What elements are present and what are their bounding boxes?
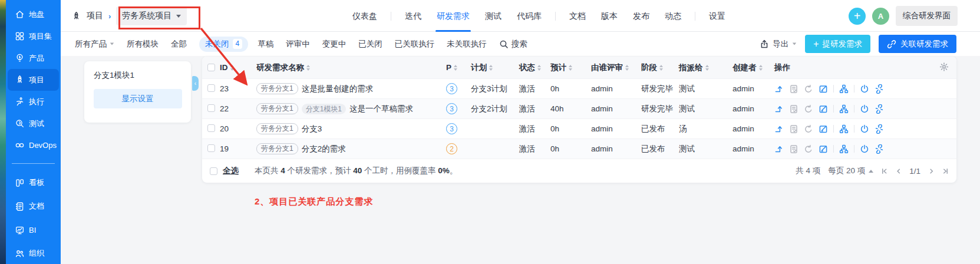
nav-tab-settings[interactable]: 设置 [701, 0, 733, 32]
nav-tab-dynamic[interactable]: 动态 [657, 0, 689, 32]
column-header-reviewer[interactable]: 由谁评审 [591, 62, 641, 73]
breadcrumb-section[interactable]: 项目 [87, 11, 103, 21]
sort-icon[interactable] [537, 65, 541, 71]
action-review-icon[interactable] [789, 84, 798, 94]
workbench-button[interactable]: 综合研发界面 [896, 6, 958, 26]
action-close-icon[interactable] [860, 84, 869, 94]
action-revert-icon[interactable] [804, 124, 813, 134]
action-close-icon[interactable] [860, 144, 869, 154]
gear-icon[interactable] [939, 62, 949, 73]
action-unlink-icon[interactable] [875, 84, 884, 94]
sidebar-item-kanban[interactable]: 看板 [8, 171, 59, 194]
action-transfer-icon[interactable] [774, 124, 784, 134]
display-settings-button[interactable]: 显示设置 [94, 89, 182, 108]
export-dropdown[interactable]: 导出 [760, 39, 797, 50]
sidebar-item-product[interactable]: 产品 [8, 47, 59, 69]
sidebar-item-execution[interactable]: 执行 [8, 91, 59, 113]
status-tab-linked[interactable]: 已关联执行 [395, 39, 435, 50]
row-checkbox[interactable] [207, 124, 215, 132]
action-revert-icon[interactable] [804, 104, 813, 114]
link-story-button[interactable]: 关联研发需求 [879, 35, 956, 53]
sort-icon[interactable] [489, 65, 493, 71]
column-header-assigned[interactable]: 指派给 [679, 62, 732, 73]
row-checkbox[interactable] [207, 104, 215, 112]
sort-icon[interactable] [625, 65, 629, 71]
story-title-link[interactable]: 分支3 [302, 124, 322, 134]
action-unlink-icon[interactable] [875, 124, 884, 134]
action-transfer-icon[interactable] [774, 144, 784, 154]
action-revert-icon[interactable] [804, 84, 813, 94]
search-trigger[interactable]: 搜索 [499, 39, 527, 50]
column-header-title[interactable]: 研发需求名称 [256, 62, 446, 73]
column-header-creator[interactable]: 创建者 [732, 62, 774, 73]
prev-page-icon[interactable] [895, 168, 902, 174]
action-unlink-icon[interactable] [875, 144, 884, 154]
nav-tab-test[interactable]: 测试 [477, 0, 509, 32]
status-tab-reviewing[interactable]: 评审中 [286, 39, 310, 50]
row-checkbox[interactable] [207, 84, 215, 92]
column-header-stage[interactable]: 阶段 [641, 62, 679, 73]
action-edit-icon[interactable] [819, 84, 828, 94]
action-review-icon[interactable] [789, 144, 798, 154]
action-close-icon[interactable] [860, 124, 869, 134]
next-page-icon[interactable] [928, 168, 935, 174]
sort-icon[interactable] [705, 65, 709, 71]
sort-icon[interactable] [454, 65, 457, 71]
column-header-actions[interactable]: 操作 [774, 62, 956, 73]
create-story-button[interactable]: + 提研发需求 [805, 35, 870, 53]
sort-icon[interactable] [659, 65, 663, 71]
action-review-icon[interactable] [789, 124, 798, 134]
story-title-link[interactable]: 分支2的需求 [302, 144, 346, 154]
sort-icon[interactable] [306, 65, 310, 71]
column-header-pri[interactable]: P [446, 63, 471, 72]
story-title-link[interactable]: 这是一个草稿需求 [349, 104, 413, 114]
action-transfer-icon[interactable] [774, 104, 784, 114]
column-header-plan[interactable]: 计划 [471, 62, 519, 73]
column-header-status[interactable]: 状态 [519, 62, 550, 73]
sidebar-item-bi[interactable]: BI [8, 218, 59, 242]
sidebar-item-program[interactable]: 项目集 [8, 25, 59, 47]
action-edit-icon[interactable] [819, 144, 828, 154]
action-review-icon[interactable] [789, 104, 798, 114]
sort-icon[interactable] [230, 65, 234, 71]
select-all-label[interactable]: 全选 [223, 166, 239, 176]
action-edit-icon[interactable] [819, 124, 828, 134]
action-transfer-icon[interactable] [774, 84, 784, 94]
action-unlink-icon[interactable] [875, 104, 884, 114]
module-panel-title[interactable]: 分支1模块1 [84, 61, 191, 81]
column-header-id[interactable]: ID [220, 63, 256, 72]
sort-icon[interactable] [759, 65, 763, 71]
action-close-icon[interactable] [860, 104, 869, 114]
sidebar-item-org[interactable]: 组织 [8, 242, 59, 264]
row-checkbox[interactable] [207, 144, 215, 152]
sidebar-item-doc[interactable]: 文档 [8, 194, 59, 218]
panel-collapse-toggle[interactable]: ‹ [192, 76, 199, 91]
sort-icon[interactable] [569, 65, 572, 71]
action-revert-icon[interactable] [804, 144, 813, 154]
status-tab-unclosed[interactable]: 未关闭4 [199, 37, 248, 52]
nav-tab-repo[interactable]: 代码库 [509, 0, 549, 32]
column-header-estimate[interactable]: 预计 [550, 62, 591, 73]
status-tab-unlinked[interactable]: 未关联执行 [447, 39, 487, 50]
nav-tab-dashboard[interactable]: 仪表盘 [345, 0, 385, 32]
action-subdivide-icon[interactable] [839, 84, 849, 94]
per-page-selector[interactable]: 每页 20 项 [828, 166, 873, 176]
last-page-icon[interactable] [942, 168, 949, 174]
select-all-checkbox[interactable] [210, 167, 217, 175]
nav-tab-doc[interactable]: 文档 [562, 0, 593, 32]
nav-tab-iteration[interactable]: 迭代 [397, 0, 429, 32]
nav-tab-release[interactable]: 发布 [625, 0, 657, 32]
action-edit-icon[interactable] [819, 104, 828, 114]
status-tab-all[interactable]: 全部 [171, 39, 187, 50]
sidebar-item-project[interactable]: 项目 [8, 69, 59, 91]
sidebar-item-devops[interactable]: DevOps [8, 134, 59, 156]
story-title-link[interactable]: 这是批量创建的需求 [302, 84, 374, 94]
action-subdivide-icon[interactable] [839, 104, 849, 114]
first-page-icon[interactable] [881, 168, 887, 174]
status-tab-changing[interactable]: 变更中 [322, 39, 347, 50]
status-tab-draft[interactable]: 草稿 [258, 39, 273, 50]
status-tab-closed[interactable]: 已关闭 [358, 39, 382, 50]
avatar[interactable]: A [872, 8, 889, 25]
header-checkbox[interactable] [207, 64, 215, 71]
sidebar-item-home[interactable]: 地盘 [8, 4, 59, 25]
